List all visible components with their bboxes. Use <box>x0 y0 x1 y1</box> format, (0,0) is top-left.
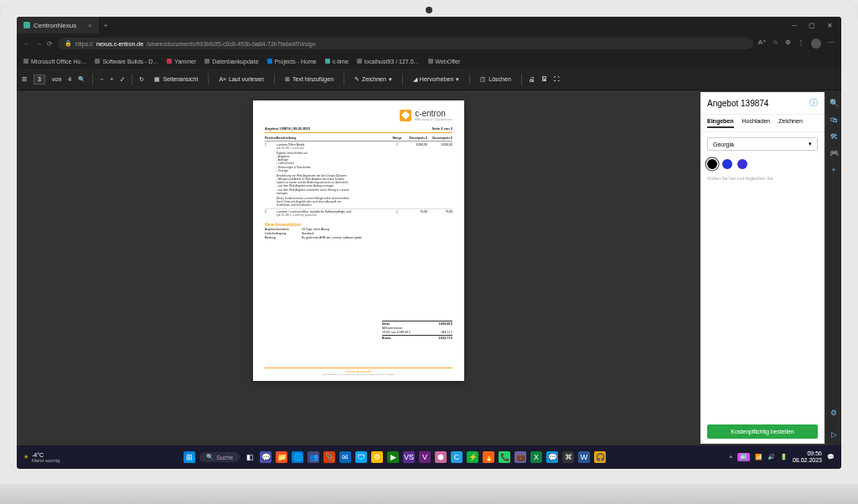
edge-sidebar: 🔍 🛍 🛠 🎮 + ⚙ ▷ <box>826 90 841 445</box>
bookmark-item[interactable]: Yammer <box>167 59 196 64</box>
signature-panel: Angebot 139874 ⓘ Eingeben Hochladen Zeic… <box>700 92 824 444</box>
taskbar-app-icon[interactable]: ⌘ <box>562 451 574 463</box>
tab-eingeben[interactable]: Eingeben <box>707 118 734 128</box>
tools-icon[interactable]: 🛠 <box>830 132 838 141</box>
doc-header-right: Seite 2 von 2 <box>432 126 452 131</box>
reload-icon[interactable]: ⟳ <box>47 40 53 48</box>
back-icon[interactable]: ← <box>23 40 30 48</box>
taskbar-app-icon[interactable]: 💬 <box>260 451 271 463</box>
sidebar-toggle-icon[interactable]: ☰ <box>22 76 27 83</box>
rotate-icon[interactable]: ↻ <box>139 76 144 83</box>
favorites-icon[interactable]: ☆ <box>773 39 778 49</box>
chevron-down-icon[interactable]: ▾ <box>389 76 392 83</box>
menu-icon[interactable]: ⋯ <box>828 39 835 49</box>
taskbar-app-icon[interactable]: 💬 <box>546 451 558 463</box>
taskbar-app-icon[interactable]: 💼 <box>514 451 526 463</box>
taskbar-app-icon[interactable]: ⚡ <box>467 451 478 463</box>
print-icon[interactable]: 🖨 <box>529 76 535 82</box>
taskbar-app-icon[interactable]: 📎 <box>323 451 335 463</box>
taskbar-app-icon[interactable]: VS <box>403 451 415 463</box>
taskbar-app-icon[interactable]: ⚙ <box>371 451 383 463</box>
games-icon[interactable]: 🎮 <box>830 149 839 157</box>
weather-desc: Meist sonnig <box>32 458 60 463</box>
pdf-viewport[interactable]: c-entron ERP-Lösung für IT-Systemhäuser … <box>17 90 700 445</box>
profile-icon[interactable] <box>811 39 821 49</box>
taskbar-app-icon[interactable]: ✉ <box>339 451 351 463</box>
taskbar-app-icon[interactable]: 👥 <box>308 451 319 463</box>
draw-button[interactable]: ✎Zeichnen▾ <box>351 75 395 85</box>
font-select[interactable]: Georgia ▾ <box>707 137 818 151</box>
signature-input-area[interactable]: Klicken Sie hier und begleichen Sie <box>707 176 818 416</box>
taskbar-search[interactable]: 🔍Suche <box>199 452 240 462</box>
zoom-out-icon[interactable]: − <box>100 76 103 82</box>
tray-volume-icon[interactable]: 🔊 <box>768 454 775 460</box>
taskbar-app-icon[interactable]: 🎧 <box>594 451 606 463</box>
color-swatch-black[interactable] <box>707 159 717 169</box>
new-tab-button[interactable]: + <box>99 22 113 29</box>
bookmark-item[interactable]: Projects - Home <box>267 59 317 64</box>
forward-icon[interactable]: → <box>35 40 42 48</box>
taskbar-app-icon[interactable]: V <box>419 451 431 463</box>
add-sidebar-icon[interactable]: + <box>831 166 835 174</box>
tab-close-icon[interactable]: × <box>88 22 92 29</box>
taskbar-app-icon[interactable]: W <box>578 451 590 463</box>
page-number-input[interactable] <box>34 75 45 85</box>
taskbar-app-icon[interactable]: C <box>451 451 463 463</box>
tab-title: CentronNexus <box>34 22 76 29</box>
taskbar-clock[interactable]: 09:56 08.02.2023 <box>793 450 822 463</box>
color-swatch-indigo[interactable] <box>737 159 747 169</box>
tray-lang-icon[interactable]: 🔤 <box>737 453 750 461</box>
tab-hochladen[interactable]: Hochladen <box>742 118 770 128</box>
page-view-button[interactable]: ▦Seitenansicht <box>151 75 201 85</box>
help-icon[interactable]: ⓘ <box>809 97 818 109</box>
find-icon[interactable]: 🔍 <box>78 76 85 83</box>
taskbar-app-icon[interactable]: ▶ <box>387 451 399 463</box>
minimize-icon[interactable]: ─ <box>792 22 797 29</box>
collections-icon[interactable]: ⊕ <box>785 39 791 49</box>
search-sidebar-icon[interactable]: 🔍 <box>830 99 839 107</box>
add-text-button[interactable]: ⊞Text hinzufügen <box>282 75 337 85</box>
taskbar-app-icon[interactable]: 🛡 <box>355 451 367 463</box>
address-bar[interactable]: 🔒 https:// nexus.c-entron.de /shareddocu… <box>58 38 753 49</box>
shopping-icon[interactable]: 🛍 <box>830 116 838 124</box>
bookmark-item[interactable]: Microsoft Office Ho… <box>23 59 86 64</box>
save-icon[interactable]: 🖫 <box>541 76 547 82</box>
notifications-icon[interactable]: 💬 <box>827 454 835 460</box>
highlight-button[interactable]: ◢Hervorheben▾ <box>410 75 463 85</box>
taskbar-app-icon[interactable]: X <box>530 451 542 463</box>
read-aloud-icon[interactable]: A⁺ <box>758 39 766 49</box>
bookmark-item[interactable]: Software Builds - D… <box>95 59 158 64</box>
tray-battery-icon[interactable]: 🔋 <box>780 454 788 460</box>
erase-button[interactable]: ◫Löschen <box>477 75 514 85</box>
tray-chevron-icon[interactable]: ^ <box>730 455 732 460</box>
taskbar-app-icon[interactable]: ⬢ <box>435 451 447 463</box>
start-button[interactable]: ⊞ <box>183 451 195 463</box>
bookmark-item[interactable]: Datenbankupdate <box>204 59 258 64</box>
tray-wifi-icon[interactable]: 📶 <box>755 454 762 460</box>
color-swatch-blue[interactable] <box>722 159 732 169</box>
extensions-icon[interactable]: ⋮ <box>798 39 804 49</box>
settings-icon[interactable]: ⚙ <box>830 409 837 417</box>
collapse-sidebar-icon[interactable]: ▷ <box>831 430 837 439</box>
taskbar-app-icon[interactable]: 🌐 <box>292 451 303 463</box>
url-path: /shareddocuments/993b62f5-c0c8-453b-ba84… <box>147 41 316 47</box>
bookmark-item[interactable]: localhost93 / 127.0… <box>357 59 420 64</box>
task-view-icon[interactable]: ◧ <box>244 451 256 463</box>
close-window-icon[interactable]: ✕ <box>827 22 833 29</box>
taskbar-app-icon[interactable]: 📞 <box>499 451 510 463</box>
bookmark-item[interactable]: c-time <box>325 59 349 64</box>
zoom-reset-icon[interactable]: ⤢ <box>120 76 125 83</box>
bookmark-item[interactable]: WebOffer <box>428 59 461 64</box>
read-aloud-button[interactable]: A»Laut vorlesen <box>215 75 267 84</box>
browser-tab[interactable]: CentronNexus × <box>17 17 99 33</box>
order-button[interactable]: Kostenpflichtig bestellen <box>707 424 818 439</box>
page-total: 4 <box>68 76 71 82</box>
chevron-down-icon[interactable]: ▾ <box>456 76 459 83</box>
tab-zeichnen[interactable]: Zeichnen <box>778 118 803 128</box>
zoom-in-icon[interactable]: + <box>110 76 113 82</box>
maximize-icon[interactable]: ▢ <box>809 22 815 29</box>
taskbar-app-icon[interactable]: 🔥 <box>483 451 494 463</box>
fullscreen-icon[interactable]: ⛶ <box>554 76 560 82</box>
taskbar-app-icon[interactable]: 📁 <box>276 451 287 463</box>
weather-widget[interactable]: ☀ -4°C Meist sonnig <box>23 452 60 463</box>
